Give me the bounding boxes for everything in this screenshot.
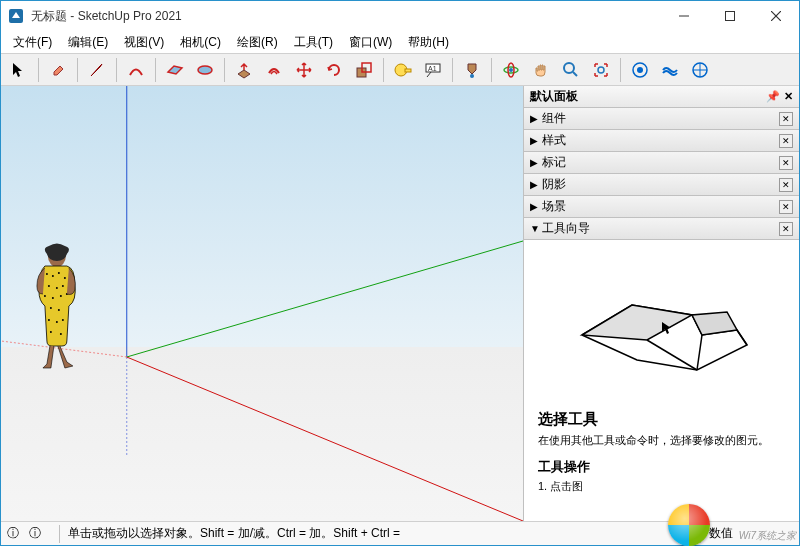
panel-close-icon[interactable]: ✕	[779, 178, 793, 192]
menubar: 文件(F) 编辑(E) 视图(V) 相机(C) 绘图(R) 工具(T) 窗口(W…	[1, 31, 799, 53]
menu-file[interactable]: 文件(F)	[5, 32, 60, 53]
panel-close-icon[interactable]: ✕	[779, 134, 793, 148]
watermark-text: Wi7系统之家	[739, 529, 796, 543]
pushpull-tool[interactable]	[230, 56, 258, 84]
panel-close-icon[interactable]: ✕	[779, 200, 793, 214]
menu-tools[interactable]: 工具(T)	[286, 32, 341, 53]
orbit-tool[interactable]	[497, 56, 525, 84]
tray-title: 默认面板	[530, 88, 766, 105]
arc-tool[interactable]	[122, 56, 150, 84]
pin-icon[interactable]: 📌	[766, 90, 780, 103]
extension-button[interactable]	[656, 56, 684, 84]
menu-edit[interactable]: 编辑(E)	[60, 32, 116, 53]
close-button[interactable]	[753, 1, 799, 31]
minimize-button[interactable]	[661, 1, 707, 31]
move-tool[interactable]	[290, 56, 318, 84]
tape-tool[interactable]	[389, 56, 417, 84]
app-icon	[7, 7, 25, 25]
zoom-extents-tool[interactable]	[587, 56, 615, 84]
menu-window[interactable]: 窗口(W)	[341, 32, 400, 53]
geo-icon[interactable]: ⓘ	[29, 525, 41, 542]
measurement-label: 数值	[709, 525, 733, 542]
svg-point-30	[52, 275, 54, 277]
default-tray: 默认面板 📌 ✕ ▶组件✕ ▶样式✕ ▶标记✕ ▶阴影✕ ▶场景✕ ▼工具向导✕	[524, 86, 799, 521]
expand-icon: ▶	[530, 113, 542, 124]
svg-point-38	[60, 295, 62, 297]
expand-icon: ▶	[530, 157, 542, 168]
svg-point-40	[50, 307, 52, 309]
svg-line-18	[573, 72, 577, 76]
collapse-icon: ▼	[530, 223, 542, 234]
line-tool[interactable]	[83, 56, 111, 84]
instructor-desc: 在使用其他工具或命令时，选择要修改的图元。	[538, 433, 785, 448]
svg-point-13	[470, 74, 474, 78]
menu-camera[interactable]: 相机(C)	[172, 32, 229, 53]
svg-point-32	[64, 277, 66, 279]
svg-point-46	[60, 333, 62, 335]
help-icon[interactable]: ⓘ	[7, 525, 19, 542]
svg-point-42	[48, 319, 50, 321]
svg-point-19	[598, 67, 604, 73]
expand-icon: ▶	[530, 179, 542, 190]
rectangle-tool[interactable]	[161, 56, 189, 84]
instructor-graphic	[534, 250, 789, 400]
svg-point-43	[56, 321, 58, 323]
panel-shadows[interactable]: ▶阴影✕	[524, 174, 799, 196]
svg-point-37	[52, 297, 54, 299]
svg-point-45	[50, 331, 52, 333]
window-title: 无标题 - SketchUp Pro 2021	[31, 8, 661, 25]
warehouse-button[interactable]	[626, 56, 654, 84]
viewport-3d[interactable]	[1, 86, 524, 521]
menu-view[interactable]: 视图(V)	[116, 32, 172, 53]
svg-point-29	[46, 273, 48, 275]
rotate-tool[interactable]	[320, 56, 348, 84]
text-tool[interactable]: A1	[419, 56, 447, 84]
tray-close-icon[interactable]: ✕	[784, 90, 793, 103]
toolbar: A1	[1, 53, 799, 86]
expand-icon: ▶	[530, 135, 542, 146]
panel-scenes[interactable]: ▶场景✕	[524, 196, 799, 218]
panel-close-icon[interactable]: ✕	[779, 222, 793, 236]
svg-line-25	[127, 241, 523, 357]
status-hint: 单击或拖动以选择对象。Shift = 加/减。Ctrl = 加。Shift + …	[68, 525, 692, 542]
panel-close-icon[interactable]: ✕	[779, 112, 793, 126]
svg-text:A1: A1	[428, 65, 437, 72]
offset-tool[interactable]	[260, 56, 288, 84]
panel-styles[interactable]: ▶样式✕	[524, 130, 799, 152]
svg-point-21	[637, 67, 643, 73]
instructor-subtitle: 工具操作	[538, 458, 785, 476]
svg-point-31	[58, 272, 60, 274]
maximize-button[interactable]	[707, 1, 753, 31]
paint-tool[interactable]	[458, 56, 486, 84]
windows-orb-watermark	[668, 504, 710, 546]
svg-point-16	[509, 68, 513, 72]
panel-components[interactable]: ▶组件✕	[524, 108, 799, 130]
menu-help[interactable]: 帮助(H)	[400, 32, 457, 53]
scale-tool[interactable]	[350, 56, 378, 84]
instructor-content: 选择工具 在使用其他工具或命令时，选择要修改的图元。 工具操作 1. 点击图	[524, 240, 799, 521]
menu-draw[interactable]: 绘图(R)	[229, 32, 286, 53]
svg-point-33	[48, 285, 50, 287]
svg-point-34	[56, 287, 58, 289]
svg-rect-9	[405, 69, 411, 72]
zoom-tool[interactable]	[557, 56, 585, 84]
svg-rect-2	[726, 12, 735, 21]
panel-instructor[interactable]: ▼工具向导✕	[524, 218, 799, 240]
titlebar: 无标题 - SketchUp Pro 2021	[1, 1, 799, 31]
svg-line-26	[127, 357, 523, 521]
svg-point-44	[62, 319, 64, 321]
svg-point-5	[198, 66, 212, 74]
extension-manager-button[interactable]	[686, 56, 714, 84]
panel-close-icon[interactable]: ✕	[779, 156, 793, 170]
instructor-step: 1. 点击图	[538, 479, 785, 494]
eraser-tool[interactable]	[44, 56, 72, 84]
select-tool[interactable]	[5, 56, 33, 84]
circle-tool[interactable]	[191, 56, 219, 84]
expand-icon: ▶	[530, 201, 542, 212]
tray-title-bar[interactable]: 默认面板 📌 ✕	[524, 86, 799, 108]
svg-point-35	[62, 285, 64, 287]
svg-point-17	[564, 63, 574, 73]
pan-tool[interactable]	[527, 56, 555, 84]
svg-point-36	[44, 295, 46, 297]
panel-tags[interactable]: ▶标记✕	[524, 152, 799, 174]
